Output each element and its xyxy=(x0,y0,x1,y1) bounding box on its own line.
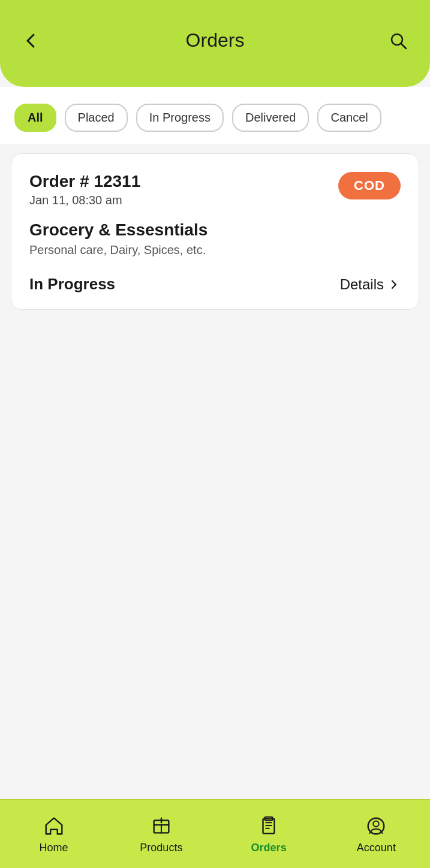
order-category: Grocery & Essesntials xyxy=(29,220,401,240)
products-icon xyxy=(149,814,173,838)
order-card-header: Order # 12311 Jan 11, 08:30 am COD xyxy=(29,172,401,207)
order-footer: In Progress Details xyxy=(29,275,401,294)
nav-label-home: Home xyxy=(40,842,68,854)
nav-label-account: Account xyxy=(357,842,396,854)
header: Orders xyxy=(0,0,430,87)
back-button[interactable] xyxy=(22,31,41,50)
filter-tab-placed[interactable]: Placed xyxy=(65,104,128,132)
nav-item-orders[interactable]: Orders xyxy=(215,814,323,854)
home-icon xyxy=(42,814,66,838)
order-date: Jan 11, 08:30 am xyxy=(29,193,140,207)
payment-badge: COD xyxy=(338,172,401,199)
filter-tab-cancel[interactable]: Cancel xyxy=(317,104,381,132)
svg-line-1 xyxy=(401,43,407,49)
nav-item-home[interactable]: Home xyxy=(0,814,107,854)
filter-tab-inprogress[interactable]: In Progress xyxy=(136,104,224,132)
order-info: Order # 12311 Jan 11, 08:30 am xyxy=(29,172,140,207)
order-card: Order # 12311 Jan 11, 08:30 am COD Groce… xyxy=(11,153,419,310)
nav-label-products: Products xyxy=(140,842,182,854)
bottom-nav: Home Products Orders xyxy=(0,799,430,868)
nav-item-account[interactable]: Account xyxy=(323,814,430,854)
filter-bar: All Placed In Progress Delivered Cancel xyxy=(0,87,430,144)
nav-label-orders: Orders xyxy=(251,842,287,854)
account-icon xyxy=(364,814,388,838)
svg-point-12 xyxy=(374,821,380,827)
filter-tab-all[interactable]: All xyxy=(14,104,56,132)
filter-tab-delivered[interactable]: Delivered xyxy=(232,104,309,132)
page-title: Orders xyxy=(186,29,245,52)
orders-icon xyxy=(257,814,281,838)
orders-list: Order # 12311 Jan 11, 08:30 am COD Groce… xyxy=(0,144,430,683)
nav-item-products[interactable]: Products xyxy=(107,814,215,854)
search-button[interactable] xyxy=(388,31,408,51)
order-items: Personal care, Dairy, Spices, etc. xyxy=(29,243,401,257)
order-number: Order # 12311 xyxy=(29,172,140,191)
order-status: In Progress xyxy=(29,275,115,294)
details-button[interactable]: Details xyxy=(340,276,401,293)
